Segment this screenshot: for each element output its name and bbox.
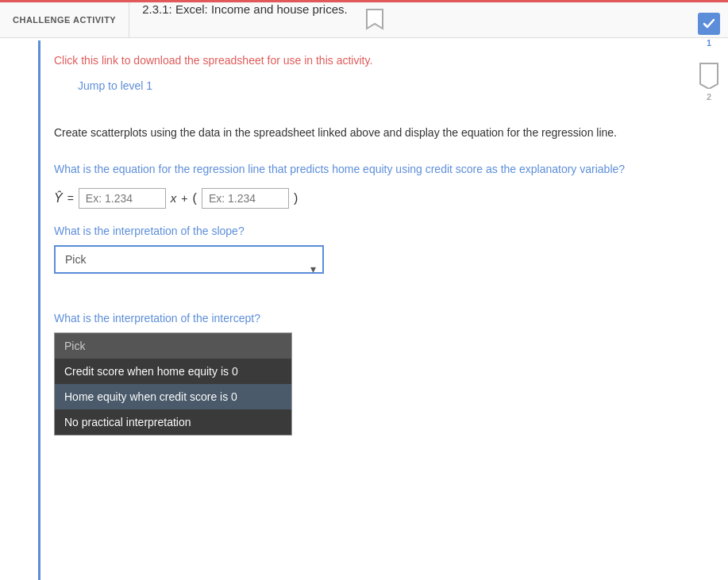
top-bar: CHALLENGE ACTIVITY 2.3.1: Excel: Income … xyxy=(0,0,728,38)
level-2-number: 2 xyxy=(707,92,711,102)
activity-title-text: 2.3.1: Excel: Income and house prices. xyxy=(142,2,347,16)
content-area: Click this link to download the spreadsh… xyxy=(41,38,728,451)
intercept-input[interactable] xyxy=(202,188,289,209)
intercept-option-pick[interactable]: Pick xyxy=(55,333,291,359)
instruction-text: Create scatterplots using the data in th… xyxy=(54,124,680,141)
slope-dropdown[interactable]: Pick Credit score when home equity is 0 … xyxy=(54,245,324,274)
plus-sign: + xyxy=(181,192,187,205)
level-2-badge[interactable] xyxy=(699,62,719,89)
question1-text: What is the equation for the regression … xyxy=(54,160,680,178)
top-bookmark-icon[interactable] xyxy=(360,6,389,34)
download-link-text: to download the spreadsheet for use in t… xyxy=(121,54,372,67)
level-1-number: 1 xyxy=(707,38,711,48)
intercept-dropdown-open[interactable]: Pick Credit score when home equity is 0 … xyxy=(54,332,292,436)
jump-link[interactable]: Jump to level 1 xyxy=(78,79,152,92)
download-section: Click this link to download the spreadsh… xyxy=(54,54,680,67)
intercept-option-3[interactable]: No practical interpretation xyxy=(55,409,291,435)
intercept-option-2[interactable]: Home equity when credit score is 0 xyxy=(55,384,291,409)
challenge-label: CHALLENGE ACTIVITY xyxy=(0,2,129,37)
equals-sign: = xyxy=(67,192,74,205)
x-variable: x xyxy=(171,191,177,205)
question2-text: What is the interpretation of the slope? xyxy=(54,225,680,237)
coefficient-input[interactable] xyxy=(79,188,166,209)
question3-text: What is the interpretation of the interc… xyxy=(54,312,680,325)
y-hat-symbol: Ŷ xyxy=(54,191,63,205)
top-bar-left: CHALLENGE ACTIVITY 2.3.1: Excel: Income … xyxy=(0,2,360,37)
intercept-option-1[interactable]: Credit score when home equity is 0 xyxy=(55,359,291,384)
equation-row: Ŷ = x + ( ) xyxy=(54,188,680,209)
close-paren: ) xyxy=(294,191,298,205)
sidebar-levels: 1 2 xyxy=(698,13,720,102)
open-paren: ( xyxy=(193,191,197,205)
activity-title: 2.3.1: Excel: Income and house prices. xyxy=(129,2,360,37)
page-wrapper: CHALLENGE ACTIVITY 2.3.1: Excel: Income … xyxy=(0,0,728,580)
download-link[interactable]: Click this link xyxy=(54,54,118,67)
vertical-accent xyxy=(38,40,40,580)
download-text: Click this link to download the spreadsh… xyxy=(54,54,372,67)
download-rest: to download the spreadsheet for use in t… xyxy=(121,54,372,67)
jump-section: Jump to level 1 xyxy=(78,79,680,92)
slope-dropdown-wrapper[interactable]: Pick Credit score when home equity is 0 … xyxy=(54,245,324,293)
level-1-badge[interactable] xyxy=(698,13,720,35)
challenge-label-text: CHALLENGE ACTIVITY xyxy=(13,15,116,25)
